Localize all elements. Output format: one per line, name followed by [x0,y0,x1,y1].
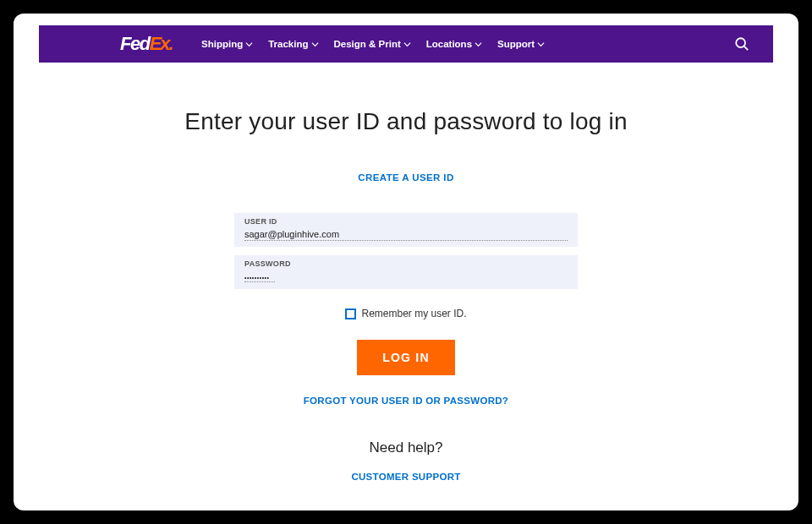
brand-dot: . [169,33,174,55]
password-label: PASSWORD [244,260,568,268]
page-title: Enter your user ID and password to log i… [14,108,798,135]
chevron-down-icon [537,41,545,48]
search-icon[interactable] [734,36,749,52]
main-content: Enter your user ID and password to log i… [14,63,798,482]
forgot-link[interactable]: FORGOT YOUR USER ID OR PASSWORD? [234,396,578,406]
customer-support-link[interactable]: CUSTOMER SUPPORT [234,472,578,482]
svg-line-1 [744,46,749,51]
nav-shipping[interactable]: Shipping [201,39,253,49]
remember-row: Remember my user ID. [234,308,578,319]
userid-field[interactable]: USER ID sagar@pluginhive.com [234,213,578,247]
brand-part1: Fed [120,33,150,55]
userid-label: USER ID [244,218,568,226]
remember-label: Remember my user ID. [361,308,466,319]
userid-input[interactable]: sagar@pluginhive.com [244,229,568,241]
login-form: USER ID sagar@pluginhive.com PASSWORD ••… [234,213,578,482]
brand-part2: Ex [150,33,169,55]
svg-point-0 [736,38,745,47]
brand-logo[interactable]: FedEx. [120,33,174,55]
nav-label: Support [497,39,535,49]
nav-support[interactable]: Support [497,39,545,49]
chevron-down-icon [403,41,411,48]
password-field[interactable]: PASSWORD •••••••••• [234,255,578,289]
remember-checkbox[interactable] [345,308,356,319]
nav-tracking[interactable]: Tracking [268,39,318,49]
main-nav: Shipping Tracking Design & Print Locatio… [201,39,545,49]
nav-label: Tracking [268,39,308,49]
chevron-down-icon [311,41,319,48]
nav-design-print[interactable]: Design & Print [334,39,411,49]
chevron-down-icon [475,41,482,48]
password-input[interactable]: •••••••••• [244,275,275,282]
nav-locations[interactable]: Locations [426,39,482,49]
need-help-heading: Need help? [234,439,578,456]
create-user-id-link[interactable]: CREATE A USER ID [358,172,453,183]
app-window: FedEx. Shipping Tracking Design & Print … [14,14,798,510]
nav-label: Locations [426,39,472,49]
nav-label: Shipping [201,39,243,49]
login-button[interactable]: LOG IN [357,340,454,375]
chevron-down-icon [245,41,253,48]
nav-label: Design & Print [334,39,401,49]
header-bar: FedEx. Shipping Tracking Design & Print … [39,25,773,63]
